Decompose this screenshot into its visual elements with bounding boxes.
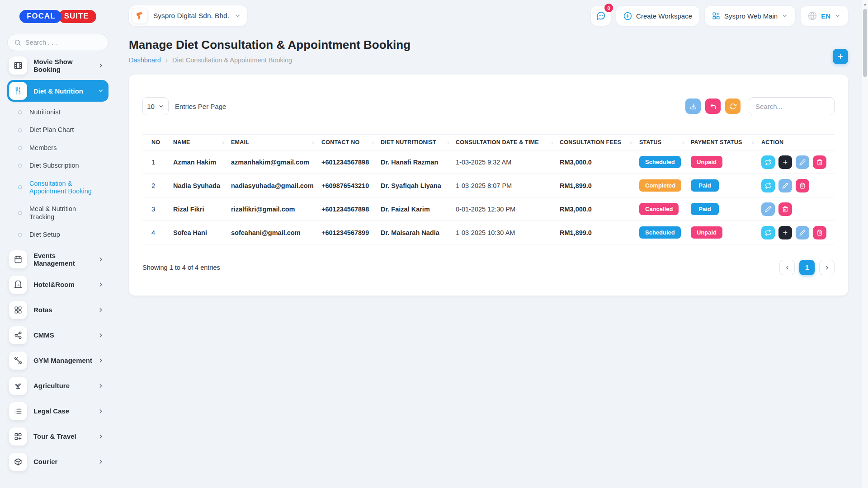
sidebar-search-input[interactable] <box>25 39 102 46</box>
workspace-selector[interactable]: Syspro Web Main <box>705 6 795 26</box>
sidebar-subitem-consultation-appointment-booking[interactable]: Consultation & Appointment Booking <box>7 175 108 201</box>
plus-button[interactable] <box>778 155 792 169</box>
trash-icon <box>816 230 823 236</box>
swap-button[interactable] <box>761 179 775 192</box>
sidebar-item-movie-show-booking[interactable]: Movie Show Booking <box>7 55 108 76</box>
bullet-icon <box>18 146 22 150</box>
create-workspace-button[interactable]: Create Workspace <box>616 6 699 26</box>
payment-status-badge: Paid <box>691 203 719 215</box>
edit-button[interactable] <box>796 155 809 169</box>
column-header-consultation-date-time[interactable]: CONSULTATION DATE & TIME↑↓ <box>456 135 560 150</box>
cell-no: 1 <box>142 150 173 174</box>
chevron-right-icon <box>98 332 104 338</box>
sidebar-item-hotel-room[interactable]: Hotel&Room <box>7 274 108 296</box>
sort-arrows-icon[interactable]: ↑↓ <box>550 140 552 145</box>
sidebar-item-cmms[interactable]: CMMS <box>7 324 108 346</box>
cell-name: Azman Hakim <box>173 150 231 174</box>
sidebar-item-events-management[interactable]: Events Management <box>7 249 108 270</box>
breadcrumb-current: Diet Consultation & Appointment Booking <box>172 56 292 64</box>
edit-button[interactable] <box>761 202 775 216</box>
plus-button[interactable] <box>778 226 792 239</box>
sort-arrows-icon[interactable]: ↑↓ <box>681 140 684 145</box>
sidebar-item-courier[interactable]: Courier <box>7 451 108 473</box>
sort-arrows-icon[interactable]: ↑↓ <box>371 140 373 145</box>
delete-button[interactable] <box>813 155 826 169</box>
chevron-right-icon <box>98 307 104 313</box>
column-header-email[interactable]: EMAIL↑↓ <box>231 135 321 150</box>
chevron-right-icon <box>98 357 104 364</box>
scrollbar-thumb[interactable] <box>863 9 867 77</box>
sidebar-subitem-diet-plan-chart[interactable]: Diet Plan Chart <box>7 121 108 139</box>
entries-per-page-select[interactable]: 10 <box>142 97 169 115</box>
column-header-consultation-fees[interactable]: CONSULTATION FEES↑↓ <box>560 135 639 150</box>
column-header-status[interactable]: STATUS↑↓ <box>639 135 691 150</box>
column-header-payment-status[interactable]: PAYMENT STATUS↑↓ <box>691 135 761 150</box>
sidebar-subitem-label: Diet Subscription <box>29 162 98 169</box>
swap-button[interactable] <box>761 155 775 169</box>
sidebar-item-legal-case[interactable]: Legal Case <box>7 400 108 422</box>
sidebar-subitem-diet-setup[interactable]: Diet Setup <box>7 226 108 244</box>
sidebar-item-gym-management[interactable]: GYM Management <box>7 350 108 371</box>
table-search-input[interactable] <box>749 97 835 115</box>
swap-button[interactable] <box>761 226 775 239</box>
sidebar-item-tour-travel[interactable]: Tour & Travel <box>7 426 108 447</box>
bullet-icon <box>18 211 22 215</box>
edit-button[interactable] <box>778 179 792 192</box>
cell-name: Rizal Fikri <box>173 197 231 221</box>
topbar-right: 0 Create Workspace Syspro Web Main EN <box>591 6 848 26</box>
bookings-table: NONAME↑↓EMAIL↑↓CONTACT NO↑↓DIET NUTRITIO… <box>142 134 835 244</box>
sidebar-search[interactable] <box>7 34 108 51</box>
sidebar-subitem-label: Nutritionist <box>29 108 98 116</box>
delete-button[interactable] <box>796 179 809 192</box>
sidebar-item-agriculture[interactable]: Agriculture <box>7 375 108 397</box>
column-header-name[interactable]: NAME↑↓ <box>173 135 231 150</box>
chat-button[interactable]: 0 <box>591 6 611 26</box>
cell-no: 4 <box>142 221 173 244</box>
column-header-diet-nutritionist[interactable]: DIET NUTRITIONIST↑↓ <box>381 135 456 150</box>
scrollbar-up-arrow-icon[interactable] <box>862 0 868 7</box>
sidebar-item-label: Hotel&Room <box>33 281 98 288</box>
swap-icon <box>765 183 771 189</box>
sort-arrows-icon[interactable]: ↑↓ <box>311 140 314 145</box>
cell-fees: RM3,000.0 <box>560 150 639 174</box>
breadcrumb-dashboard-link[interactable]: Dashboard <box>129 56 161 64</box>
language-selector[interactable]: EN <box>801 6 848 26</box>
pagination-page-1-button[interactable]: 1 <box>799 260 815 275</box>
chevron-down-icon <box>235 13 241 19</box>
chevron-down-icon <box>835 13 841 19</box>
sidebar-subitem-label: Consultation & Appointment Booking <box>29 180 98 196</box>
cell-datetime: 1-03-2025 9:32 AM <box>456 150 560 174</box>
chevron-right-icon <box>824 265 830 271</box>
cell-payment: Unpaid <box>691 150 761 174</box>
refresh-button[interactable] <box>725 99 741 114</box>
cell-email: sofeahani@gmail.com <box>231 221 321 244</box>
entries-per-page-value: 10 <box>147 103 155 110</box>
plus-circle-icon <box>623 12 632 20</box>
cell-no: 2 <box>142 174 173 197</box>
export-download-button[interactable] <box>685 99 701 114</box>
sort-arrows-icon[interactable]: ↑↓ <box>221 140 224 145</box>
sidebar-item-rotas[interactable]: Rotas <box>7 299 108 321</box>
delete-button[interactable] <box>813 226 826 239</box>
edit-button[interactable] <box>796 226 809 239</box>
cell-nutritionist: Dr. Hanafi Razman <box>381 150 456 174</box>
pagination-next-button[interactable] <box>819 260 835 275</box>
delete-button[interactable] <box>778 202 792 216</box>
add-booking-button[interactable] <box>833 49 848 64</box>
sort-arrows-icon[interactable]: ↑↓ <box>446 140 448 145</box>
column-header-contact-no[interactable]: CONTACT NO↑↓ <box>321 135 381 150</box>
sort-arrows-icon[interactable]: ↑↓ <box>751 140 754 145</box>
reset-button[interactable] <box>705 99 721 114</box>
cell-nutritionist: Dr. Faizal Karim <box>381 197 456 221</box>
company-selector[interactable]: Syspro Digital Sdn. Bhd. <box>129 5 247 26</box>
sidebar-subitem-nutritionist[interactable]: Nutritionist <box>7 103 108 121</box>
sidebar-subitem-members[interactable]: Members <box>7 139 108 157</box>
sort-arrows-icon[interactable]: ↑↓ <box>629 140 632 145</box>
sidebar-subitem-diet-subscription[interactable]: Diet Subscription <box>7 157 108 174</box>
pagination-prev-button[interactable] <box>779 260 795 275</box>
page-scrollbar[interactable] <box>862 0 868 488</box>
trash-icon <box>816 159 823 165</box>
cell-fees: RM3,000.0 <box>560 197 639 221</box>
sidebar-item-diet-nutrition[interactable]: Diet & Nutrition <box>7 80 108 102</box>
sidebar-subitem-meal-nutrition-tracking[interactable]: Meal & Nutrition Tracking <box>7 200 108 226</box>
